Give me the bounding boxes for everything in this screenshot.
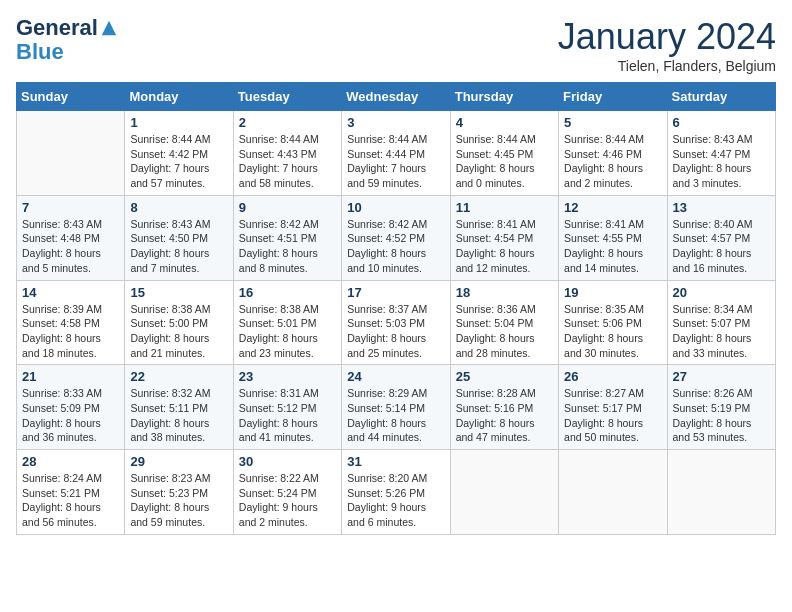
day-info-line: Sunrise: 8:42 AM [239,217,336,232]
day-info-line: and 12 minutes. [456,261,553,276]
day-info-line: Sunrise: 8:28 AM [456,386,553,401]
day-info-line: Sunset: 5:04 PM [456,316,553,331]
day-info-line: and 57 minutes. [130,176,227,191]
day-number: 16 [239,285,336,300]
day-cell: 25Sunrise: 8:28 AMSunset: 5:16 PMDayligh… [450,365,558,450]
day-info: Sunrise: 8:44 AMSunset: 4:42 PMDaylight:… [130,132,227,191]
day-number: 27 [673,369,770,384]
day-info-line: Daylight: 7 hours [347,161,444,176]
day-cell: 20Sunrise: 8:34 AMSunset: 5:07 PMDayligh… [667,280,775,365]
day-number: 11 [456,200,553,215]
day-number: 10 [347,200,444,215]
day-cell: 4Sunrise: 8:44 AMSunset: 4:45 PMDaylight… [450,111,558,196]
day-info-line: and 7 minutes. [130,261,227,276]
day-info-line: Daylight: 8 hours [239,331,336,346]
day-info: Sunrise: 8:43 AMSunset: 4:50 PMDaylight:… [130,217,227,276]
day-info-line: Sunrise: 8:38 AM [239,302,336,317]
day-number: 1 [130,115,227,130]
day-info-line: Sunset: 5:14 PM [347,401,444,416]
day-info-line: Daylight: 8 hours [673,416,770,431]
day-info: Sunrise: 8:24 AMSunset: 5:21 PMDaylight:… [22,471,119,530]
day-info-line: Daylight: 8 hours [564,416,661,431]
title-area: January 2024 Tielen, Flanders, Belgium [558,16,776,74]
day-number: 25 [456,369,553,384]
weekday-header-monday: Monday [125,83,233,111]
day-info: Sunrise: 8:22 AMSunset: 5:24 PMDaylight:… [239,471,336,530]
week-row-4: 21Sunrise: 8:33 AMSunset: 5:09 PMDayligh… [17,365,776,450]
day-info-line: and 2 minutes. [564,176,661,191]
day-info-line: Sunrise: 8:44 AM [456,132,553,147]
day-info: Sunrise: 8:38 AMSunset: 5:00 PMDaylight:… [130,302,227,361]
logo: General Blue [16,16,118,64]
day-info-line: Daylight: 8 hours [239,416,336,431]
day-info-line: Daylight: 8 hours [22,331,119,346]
day-info-line: Sunset: 5:03 PM [347,316,444,331]
day-info-line: Daylight: 8 hours [130,331,227,346]
day-cell: 1Sunrise: 8:44 AMSunset: 4:42 PMDaylight… [125,111,233,196]
day-cell: 23Sunrise: 8:31 AMSunset: 5:12 PMDayligh… [233,365,341,450]
day-info-line: Sunset: 5:23 PM [130,486,227,501]
week-row-2: 7Sunrise: 8:43 AMSunset: 4:48 PMDaylight… [17,195,776,280]
day-info-line: Daylight: 8 hours [130,246,227,261]
day-info-line: Daylight: 8 hours [22,246,119,261]
day-info-line: and 59 minutes. [130,515,227,530]
day-info-line: Sunrise: 8:42 AM [347,217,444,232]
day-info-line: Daylight: 8 hours [673,331,770,346]
day-info-line: Sunset: 4:44 PM [347,147,444,162]
day-info-line: Sunset: 4:46 PM [564,147,661,162]
day-info-line: and 33 minutes. [673,346,770,361]
day-info-line: and 28 minutes. [456,346,553,361]
day-info-line: Sunrise: 8:34 AM [673,302,770,317]
day-info: Sunrise: 8:23 AMSunset: 5:23 PMDaylight:… [130,471,227,530]
day-info: Sunrise: 8:36 AMSunset: 5:04 PMDaylight:… [456,302,553,361]
day-info-line: Sunset: 4:48 PM [22,231,119,246]
month-title: January 2024 [558,16,776,58]
day-info-line: Sunrise: 8:43 AM [22,217,119,232]
day-info: Sunrise: 8:42 AMSunset: 4:52 PMDaylight:… [347,217,444,276]
day-info: Sunrise: 8:28 AMSunset: 5:16 PMDaylight:… [456,386,553,445]
day-number: 13 [673,200,770,215]
day-info-line: Sunrise: 8:44 AM [130,132,227,147]
day-info-line: Sunset: 5:19 PM [673,401,770,416]
day-info-line: Sunset: 5:06 PM [564,316,661,331]
day-number: 12 [564,200,661,215]
day-info-line: Sunrise: 8:36 AM [456,302,553,317]
day-info-line: Sunrise: 8:44 AM [239,132,336,147]
day-info-line: Sunset: 4:55 PM [564,231,661,246]
day-cell: 9Sunrise: 8:42 AMSunset: 4:51 PMDaylight… [233,195,341,280]
day-info: Sunrise: 8:31 AMSunset: 5:12 PMDaylight:… [239,386,336,445]
weekday-header-tuesday: Tuesday [233,83,341,111]
day-cell: 24Sunrise: 8:29 AMSunset: 5:14 PMDayligh… [342,365,450,450]
day-info-line: and 59 minutes. [347,176,444,191]
day-info-line: Daylight: 7 hours [239,161,336,176]
day-number: 26 [564,369,661,384]
day-info: Sunrise: 8:32 AMSunset: 5:11 PMDaylight:… [130,386,227,445]
day-cell: 27Sunrise: 8:26 AMSunset: 5:19 PMDayligh… [667,365,775,450]
day-cell: 26Sunrise: 8:27 AMSunset: 5:17 PMDayligh… [559,365,667,450]
day-info-line: and 56 minutes. [22,515,119,530]
day-number: 23 [239,369,336,384]
day-info-line: Daylight: 8 hours [456,161,553,176]
week-row-1: 1Sunrise: 8:44 AMSunset: 4:42 PMDaylight… [17,111,776,196]
day-info: Sunrise: 8:33 AMSunset: 5:09 PMDaylight:… [22,386,119,445]
day-info-line: Daylight: 8 hours [130,500,227,515]
weekday-header-sunday: Sunday [17,83,125,111]
day-cell: 10Sunrise: 8:42 AMSunset: 4:52 PMDayligh… [342,195,450,280]
day-info-line: Sunrise: 8:23 AM [130,471,227,486]
day-number: 5 [564,115,661,130]
day-info-line: Sunset: 5:00 PM [130,316,227,331]
day-info-line: Sunset: 5:07 PM [673,316,770,331]
day-info-line: and 41 minutes. [239,430,336,445]
logo-text-general: General [16,16,98,40]
day-info-line: Sunrise: 8:39 AM [22,302,119,317]
day-info-line: Sunset: 4:52 PM [347,231,444,246]
day-info-line: Sunset: 5:17 PM [564,401,661,416]
day-info-line: and 10 minutes. [347,261,444,276]
day-info-line: and 44 minutes. [347,430,444,445]
day-number: 31 [347,454,444,469]
day-info-line: Sunset: 4:50 PM [130,231,227,246]
day-cell: 16Sunrise: 8:38 AMSunset: 5:01 PMDayligh… [233,280,341,365]
logo-icon [100,19,118,37]
day-cell: 28Sunrise: 8:24 AMSunset: 5:21 PMDayligh… [17,450,125,535]
day-number: 15 [130,285,227,300]
